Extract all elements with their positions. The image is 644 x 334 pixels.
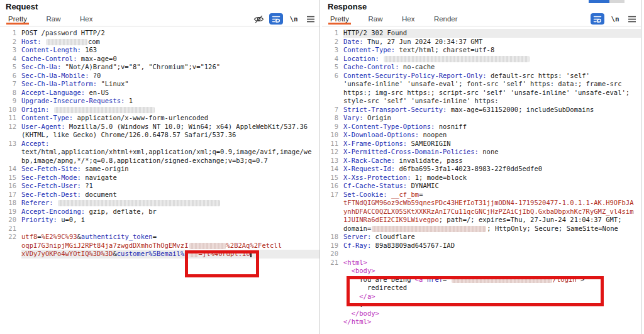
code-line: 1JUINRa6dEI2CIK9LWivegpo; path=/; expire… <box>343 216 641 225</box>
code-row: 16Cf-Cache-Status: DYNAMIC <box>322 182 641 191</box>
code-row: 1POST /password HTTP/2 <box>0 29 319 38</box>
code-line: POST /password HTTP/2 <box>21 29 319 38</box>
word-wrap-icon[interactable] <box>269 13 283 25</box>
line-number <box>0 250 21 259</box>
code-row: 6Sec-Ch-Ua-Mobile: ?0 <box>0 72 319 81</box>
code-line: Sec-Fetch-Mode: navigate <box>21 174 319 182</box>
code-row: 20Priority: u=0, i <box>0 216 319 225</box>
request-editor[interactable]: 1POST /password HTTP/22Host: com3Content… <box>0 26 319 259</box>
code-line: redirected <box>343 284 641 292</box>
code-line: https:; img-src https:; script-src 'self… <box>343 89 641 97</box>
code-line: Content-Security-Policy-Report-Only: def… <box>343 72 641 81</box>
code-row: 9Upgrade-Insecure-Requests: 1 <box>0 97 319 106</box>
code-line <box>343 250 641 259</box>
code-line: </body> <box>343 309 641 318</box>
line-number: 8 <box>0 89 21 97</box>
request-panel: Request Pretty Raw Hex <box>0 0 320 334</box>
code-line: Cf-Ray: 89a83809ad645767-IAD <box>343 242 641 250</box>
menu-icon[interactable] <box>304 14 317 25</box>
code-row: 15X-Xss-Protection: 1; mode=block <box>322 174 641 182</box>
code-row: 14Sec-Fetch-Site: same-origin <box>0 165 319 174</box>
code-row: 22utf8=%E2%9C%93&authenticity_token= <box>0 233 319 242</box>
code-line: tFTNdQIGM96oz9cWb59qnesPDc43HEfIoT31jjmO… <box>343 199 641 208</box>
tab-request-raw[interactable]: Raw <box>45 14 63 25</box>
code-row: 3Content-Type: text/html; charset=utf-8 <box>322 46 641 55</box>
code-row: ynhDFACC0QZLX05SKtXXKRzAnI7Cu11qcGNCjHzP… <box>322 208 641 216</box>
tab-response-hex[interactable]: Hex <box>400 14 416 25</box>
tab-response-raw[interactable]: Raw <box>367 14 385 25</box>
code-row: 4Cache-Control: max-age=0 <box>0 55 319 64</box>
line-number <box>322 216 343 225</box>
code-line: Location: <box>343 55 641 64</box>
line-number: 15 <box>322 174 343 182</box>
code-line: Origin: <box>21 106 319 114</box>
tab-response-render[interactable]: Render <box>432 14 460 25</box>
cutoff-toggle-inactive-segment[interactable] <box>609 0 625 3</box>
code-row: 16Sec-Fetch-User: ?1 <box>0 182 319 191</box>
newline-icon[interactable]: \n <box>609 14 621 25</box>
response-panel: Response Pretty Raw Hex Render \n <box>322 0 641 334</box>
line-number: 18 <box>322 233 343 242</box>
code-line: Sec-Fetch-Dest: document <box>21 191 319 199</box>
line-number: 22 <box>0 233 21 242</box>
line-number <box>0 157 21 165</box>
line-number: 17 <box>322 191 343 199</box>
line-number: 5 <box>0 63 21 72</box>
redacted-blur <box>189 251 198 257</box>
line-number <box>322 318 343 326</box>
line-number: 2 <box>0 38 21 47</box>
line-number: 21 <box>0 225 21 233</box>
code-line: X-Permitted-Cross-Domain-Policies: none <box>343 148 641 157</box>
code-line: Content-Length: 163 <box>21 46 319 55</box>
word-wrap-icon[interactable] <box>591 13 604 25</box>
line-number: 6 <box>322 72 343 81</box>
code-row: text/html,application/xhtml+xml,applicat… <box>0 148 319 157</box>
code-row: 'unsafe-inline' 'unsafe-eval'; font-src … <box>322 80 641 89</box>
code-line: Sec-Ch-Ua: "Not/A)Brand";v="8", "Chromiu… <box>21 63 319 72</box>
tab-request-hex[interactable]: Hex <box>78 14 94 25</box>
response-toolbar: \n <box>591 13 638 25</box>
line-number: 11 <box>0 114 21 123</box>
code-line: <body> <box>343 267 641 276</box>
line-number <box>322 309 343 318</box>
cutoff-toggle-active-segment[interactable] <box>589 0 609 3</box>
code-line: Date: Thu, 27 Jun 2024 20:34:37 GMT <box>343 38 641 47</box>
code-line: ynhDFACC0QZLX05SKtXXKRzAnI7Cu11qcGNCjHzP… <box>343 208 641 216</box>
code-row: 13Accept: <box>0 140 319 148</box>
code-line: X-Request-Id: d6fba695-3fa1-4023-8983-22… <box>343 165 641 174</box>
line-number: 10 <box>0 106 21 114</box>
code-line: Accept-Language: en-US <box>21 89 319 97</box>
line-number: 9 <box>322 123 343 131</box>
menu-icon[interactable] <box>626 14 638 25</box>
code-row: 2Host: com <box>0 38 319 47</box>
code-line: Strict-Transport-Security: max-age=63115… <box>343 106 641 114</box>
request-title: Request <box>0 0 319 11</box>
line-number <box>322 301 343 309</box>
code-row: tFTNdQIGM96oz9cWb59qnesPDc43HEfIoT31jjmO… <box>322 199 641 208</box>
code-row: 15Sec-Fetch-Mode: navigate <box>0 174 319 182</box>
code-line: text/html,application/xhtml+xml,applicat… <box>21 148 319 157</box>
code-row: 1HTTP/2 302 Found <box>322 29 641 38</box>
line-number: 11 <box>322 140 343 148</box>
code-line: xVDy7yOKPo4wYOtIQ%3D%3D&customer%5Bemail… <box>21 250 319 259</box>
response-editor[interactable]: 1HTTP/2 302 Found2Date: Thu, 27 Jun 2024… <box>322 26 641 326</box>
eye-off-icon[interactable] <box>252 14 265 25</box>
code-row: 5Sec-Ch-Ua: "Not/A)Brand";v="8", "Chromi… <box>0 63 319 72</box>
line-number: 14 <box>0 165 21 174</box>
code-line: Upgrade-Insecure-Requests: 1 <box>21 97 319 106</box>
newline-icon[interactable]: \n <box>287 14 300 25</box>
code-line: Content-Type: text/html; charset=utf-8 <box>343 46 641 55</box>
code-row: 2Date: Thu, 27 Jun 2024 20:34:37 GMT <box>322 38 641 47</box>
code-row: 5Cache-Control: no-cache <box>322 63 641 72</box>
line-number <box>0 148 21 157</box>
code-line: X-Rack-Cache: invalidate, pass <box>343 157 641 165</box>
tab-request-pretty[interactable]: Pretty <box>6 14 29 25</box>
line-number <box>322 89 343 97</box>
code-row: redirected <box>322 284 641 292</box>
line-number: 13 <box>322 157 343 165</box>
tab-response-pretty[interactable]: Pretty <box>328 14 351 25</box>
line-number <box>322 267 343 276</box>
code-line: <html> <box>343 259 641 267</box>
line-number: 12 <box>322 148 343 157</box>
code-row: 10X-Download-Options: noopen <box>322 131 641 140</box>
